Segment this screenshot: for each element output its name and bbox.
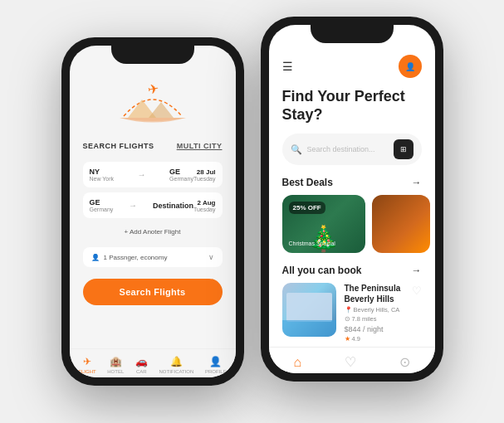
passengers-label: 1 Passnger, economy	[104, 254, 168, 261]
date-weekday-2: Tuesday	[193, 207, 216, 212]
right-phone-notch	[311, 25, 394, 43]
tab-search-flights[interactable]: SEARCH FLIGHTS	[83, 142, 154, 150]
location-pin-icon: 📍	[345, 306, 352, 314]
right-nav-home[interactable]: ⌂	[293, 355, 301, 370]
svg-text:✈: ✈	[146, 81, 159, 97]
deal-subtext: Christmas Special	[289, 241, 335, 246]
best-deals-header: Best Deals →	[282, 177, 422, 188]
property-location: 📍 Beverly Hills, CA	[345, 306, 404, 314]
hotel-icon: 🏨	[110, 356, 122, 367]
all-book-header: All you can book →	[282, 265, 422, 276]
search-flights-button[interactable]: Search Flights	[83, 279, 223, 305]
filter-icon: ⊞	[400, 145, 407, 153]
arrow-2: →	[118, 201, 148, 210]
plane-illustration: ✈	[83, 70, 223, 129]
nav-notification-label: NOTIFICATION	[159, 369, 193, 374]
tree-icon: 🎄	[308, 224, 339, 253]
deal-card-christmas[interactable]: 🎄 25% OFF Christmas Special	[282, 195, 365, 253]
from-name-2: Germany	[90, 207, 114, 212]
right-nav-favorites[interactable]: ♡	[345, 354, 356, 370]
to-name-1: Germany	[169, 176, 193, 182]
avatar[interactable]: 👤	[399, 55, 422, 78]
deals-row: 🎄 25% OFF Christmas Special	[282, 195, 422, 253]
left-bottom-nav: ✈ FLIGHT 🏨 HOTEL 🚗 CAR 🔔 NOTIFICATION	[70, 348, 236, 377]
search-input-placeholder: Search destination...	[307, 145, 389, 153]
property-rating: ★ 4.9	[345, 335, 404, 343]
person-icon: 👤	[91, 254, 100, 261]
left-phone-content: ✈ SEARCH FLIGHTS MULTI CITY NY New York	[70, 46, 236, 377]
add-flight-label: + Add Anoter Flight	[125, 228, 181, 236]
hamburger-icon[interactable]: ☰	[282, 60, 293, 73]
nav-car-label: CAR	[136, 369, 147, 374]
to-code-1: GE	[169, 168, 193, 176]
home-icon: ⌂	[293, 355, 301, 370]
flight-row-2[interactable]: GE Germany → Destination 2 Aug Tuesday	[83, 192, 223, 218]
from-code-1: NY	[90, 168, 115, 176]
all-book-arrow[interactable]: →	[412, 265, 422, 276]
property-name: The Peninsula Beverly Hills	[345, 283, 404, 304]
right-phone: ☰ 👤 Find Your Perfect Stay? 🔍 Search des…	[261, 17, 443, 382]
filter-button[interactable]: ⊞	[394, 139, 413, 159]
car-icon: 🚗	[135, 356, 148, 367]
booking-info: The Peninsula Beverly Hills 📍 Beverly Hi…	[345, 283, 404, 343]
flight-date-2: 2 Aug Tuesday	[193, 199, 216, 212]
booking-card[interactable]: The Peninsula Beverly Hills 📍 Beverly Hi…	[282, 283, 422, 343]
heart-nav-icon: ♡	[345, 354, 356, 370]
property-price: $844 / night	[345, 325, 404, 333]
phones-container: ✈ SEARCH FLIGHTS MULTI CITY NY New York	[45, 21, 460, 402]
search-icon: 🔍	[291, 144, 302, 155]
date-day-1: 28 Jul	[197, 168, 216, 176]
to-city-2: Destination	[153, 202, 193, 210]
from-name-1: New York	[90, 176, 115, 182]
from-city-1: NY New York	[90, 168, 115, 182]
nav-car[interactable]: 🚗 CAR	[135, 356, 148, 374]
star-icon: ★	[345, 335, 350, 343]
date-day-2: 2 Aug	[198, 199, 216, 207]
distance-icon: ⊙	[345, 315, 350, 323]
flight-row-1[interactable]: NY New York → GE Germany 28 Jul Tuesday	[83, 162, 223, 187]
right-phone-content: ☰ 👤 Find Your Perfect Stay? 🔍 Search des…	[269, 25, 435, 373]
deal-card-warm[interactable]	[372, 195, 430, 253]
from-city-2: GE Germany	[90, 198, 114, 212]
booking-image	[282, 283, 336, 337]
arrow-1: →	[119, 170, 164, 179]
nav-notification[interactable]: 🔔 NOTIFICATION	[159, 356, 193, 374]
explore-icon: ⊙	[399, 354, 410, 370]
search-bar[interactable]: 🔍 Search destination... ⊞	[282, 134, 422, 165]
svg-marker-2	[149, 102, 174, 118]
best-deals-arrow[interactable]: →	[412, 177, 422, 188]
to-code-2: Destination	[153, 202, 193, 210]
favorite-icon[interactable]: ♡	[412, 284, 422, 297]
flight-date-1: 28 Jul Tuesday	[193, 168, 216, 182]
nav-flight-label: FLIGHT	[78, 369, 95, 374]
building-shape	[286, 293, 332, 322]
flight-icon: ✈	[83, 356, 91, 367]
left-phone-screen: ✈ SEARCH FLIGHTS MULTI CITY NY New York	[70, 46, 236, 377]
right-header: ☰ 👤	[282, 55, 422, 78]
left-phone-notch	[111, 46, 194, 64]
all-book-title: All you can book	[282, 265, 362, 276]
nav-profile[interactable]: 👤 PROFILE	[205, 356, 227, 374]
profile-icon: 👤	[209, 356, 222, 367]
right-phone-screen: ☰ 👤 Find Your Perfect Stay? 🔍 Search des…	[269, 25, 435, 373]
nav-flight[interactable]: ✈ FLIGHT	[78, 356, 95, 374]
flight-tabs: SEARCH FLIGHTS MULTI CITY	[83, 142, 223, 150]
deal-badge: 25% OFF	[289, 202, 325, 214]
nav-hotel-label: HOTEL	[107, 369, 124, 374]
avatar-icon: 👤	[405, 62, 415, 71]
property-distance: ⊙ 7.8 miles	[345, 315, 404, 323]
from-code-2: GE	[90, 198, 114, 207]
passengers-selector[interactable]: 👤 1 Passnger, economy ∨	[83, 247, 223, 267]
date-weekday-1: Tuesday	[193, 176, 216, 182]
nav-hotel[interactable]: 🏨 HOTEL	[107, 356, 124, 374]
page-headline: Find Your Perfect Stay?	[282, 88, 422, 124]
right-bottom-nav: ⌂ ♡ ⊙	[269, 347, 435, 373]
best-deals-title: Best Deals	[282, 177, 333, 188]
right-nav-explore[interactable]: ⊙	[399, 354, 410, 370]
left-phone: ✈ SEARCH FLIGHTS MULTI CITY NY New York	[61, 37, 244, 386]
to-city-1: GE Germany	[169, 168, 193, 182]
tab-multi-city[interactable]: MULTI CITY	[177, 142, 223, 150]
add-flight-button[interactable]: + Add Anoter Flight	[83, 223, 223, 241]
passengers-left: 👤 1 Passnger, economy	[91, 254, 168, 261]
nav-profile-label: PROFILE	[205, 369, 227, 374]
